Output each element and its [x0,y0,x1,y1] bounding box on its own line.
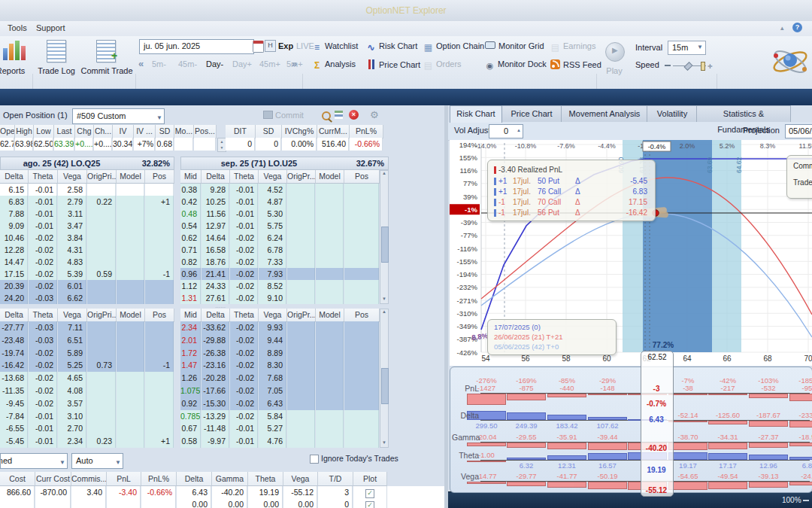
chain-cell[interactable] [316,359,344,372]
chain-cell[interactable] [344,280,379,292]
chain-cell[interactable] [316,232,344,244]
chain-cell[interactable]: 2.79 [58,196,86,208]
chain-cell[interactable] [344,292,379,304]
tab-movement-analysis[interactable]: Movement Analysis [561,105,648,122]
chain-cell[interactable]: 4.65 [58,372,86,385]
gear-icon[interactable]: ⚙ [370,109,379,120]
chain-cell[interactable]: -26.38 [201,347,229,360]
chain-cell[interactable]: 4.08 [58,385,86,397]
chain-cell[interactable] [316,410,344,423]
tab-statistics-fundamentals[interactable]: Statistics & Fundamentals [696,105,791,122]
vol-adjust-spinner[interactable]: 0 ▲▼ [489,124,523,138]
chain-cell[interactable]: -1 [145,359,174,372]
chain-cell[interactable]: 3.11 [58,208,86,220]
chain-cell[interactable] [145,208,174,220]
chain-cell[interactable]: -0.03 [29,321,57,334]
chain-cell[interactable]: 2.34 [180,321,201,334]
chain-cell[interactable]: 21.41 [201,268,229,280]
chain-cell[interactable] [117,220,144,232]
chain-cell[interactable]: 1.47 [180,359,201,372]
chain-cell[interactable]: +1 [145,196,174,208]
chain-cell[interactable]: 7.05 [259,385,286,397]
chain-cell[interactable] [287,410,315,423]
chain-cell[interactable]: 4.31 [58,244,86,256]
chain-cell[interactable]: -0.01 [230,220,258,232]
plot-checkbox[interactable]: ✓ [365,489,374,498]
chain-cell[interactable]: 9.28 [201,184,229,196]
chain-cell[interactable]: 4.76 [259,435,286,448]
chain-cell[interactable]: 24.20 [0,292,28,304]
chain-cell[interactable]: -0.02 [29,244,57,256]
windows-item-monitor-grid[interactable]: Monitor Grid [485,41,544,55]
plot-checkbox[interactable]: ✓ [365,501,374,508]
windows-item-risk-chart[interactable]: Risk Chart [366,41,417,55]
speed-plus-icon[interactable]: ✛ [707,63,713,70]
chain-cell[interactable]: 0.54 [180,220,201,232]
auto-select[interactable]: Auto▼ [71,453,123,469]
chain-cell[interactable] [87,280,116,292]
chain-cell[interactable]: -11.35 [0,385,28,397]
chain-cell[interactable]: -23.48 [0,334,28,347]
chain-cell[interactable] [316,184,344,196]
chain-cell[interactable] [287,208,315,220]
calendar-icon[interactable] [253,41,264,53]
chain-cell[interactable]: 10.25 [201,196,229,208]
chain-cell[interactable]: 3.84 [58,232,86,244]
chain-cell[interactable]: -0.02 [230,397,258,410]
chain-cell[interactable] [287,232,315,244]
windows-item-watchlist[interactable]: Watchlist [312,41,358,55]
chain-cell[interactable]: 18.76 [201,256,229,268]
chain-cell[interactable] [316,321,344,334]
chain-cell[interactable]: -0.02 [29,256,57,268]
chain-cell[interactable]: 6.51 [58,334,86,347]
chain-cell[interactable] [117,385,144,397]
chain-cell[interactable]: 9.44 [259,334,286,347]
chain-cell[interactable]: -0.03 [29,292,57,304]
chain-cell[interactable]: 0.59 [87,268,116,280]
reports-button[interactable]: Reports [0,66,32,75]
time-step-Day+[interactable]: Day+ [232,59,252,68]
export-grid-icon[interactable] [335,111,343,119]
chain-cell[interactable] [117,268,144,280]
chain-cell[interactable]: 6.01 [58,280,86,292]
chain-cell[interactable]: 0.67 [180,422,201,435]
chain-cell[interactable] [145,244,174,256]
chain-cell[interactable] [145,334,174,347]
chain-cell[interactable]: -0.01 [29,220,57,232]
chain-cell[interactable]: -0.02 [230,232,258,244]
scrollbar[interactable]: ▲▼ [380,170,389,304]
chain-cell[interactable]: 12.28 [0,244,28,256]
chain-cell[interactable]: 0.58 [180,435,201,448]
chain-cell[interactable]: 24.33 [201,280,229,292]
chain-cell[interactable]: -0.01 [29,435,57,448]
chain-cell[interactable]: -0.02 [230,256,258,268]
chain-cell[interactable] [316,256,344,268]
chain-cell[interactable]: -7.84 [0,410,28,423]
chain-cell[interactable] [316,268,344,280]
chain-cell[interactable]: -0.01 [230,435,258,448]
commit-button[interactable]: Commit [275,111,304,120]
chain-cell[interactable]: -13.68 [0,372,28,385]
chain-cell[interactable]: -0.01 [29,410,57,423]
chain-cell[interactable]: 5.27 [259,422,286,435]
time-step-5m+[interactable]: 5m+ [286,59,303,68]
chain-cell[interactable] [145,232,174,244]
chain-cell[interactable]: -0.01 [29,196,57,208]
chain-cell[interactable]: -9.97 [201,435,229,448]
chain-cell[interactable]: -0.02 [29,397,57,410]
zoom-slider-icon[interactable] [803,500,809,501]
chain-cell[interactable] [87,347,116,360]
windows-item-monitor-dock[interactable]: Monitor Dock [485,59,547,73]
chain-cell[interactable]: 0.73 [87,359,116,372]
chain-cell[interactable]: 7.33 [259,256,286,268]
strategy-select[interactable]: #509 Custom▼ [72,108,165,124]
chain-cell[interactable]: 3.57 [58,397,86,410]
chain-cell[interactable] [117,397,144,410]
chain-cell[interactable]: 8.30 [259,359,286,372]
chain-cell[interactable]: -23.16 [201,359,229,372]
chain-cell[interactable] [344,184,379,196]
chain-cell[interactable]: 6.24 [259,232,286,244]
chain-cell[interactable]: 6.78 [259,244,286,256]
chain-cell[interactable]: -0.02 [230,385,258,397]
time-step-45m-[interactable]: 45m- [178,59,197,68]
